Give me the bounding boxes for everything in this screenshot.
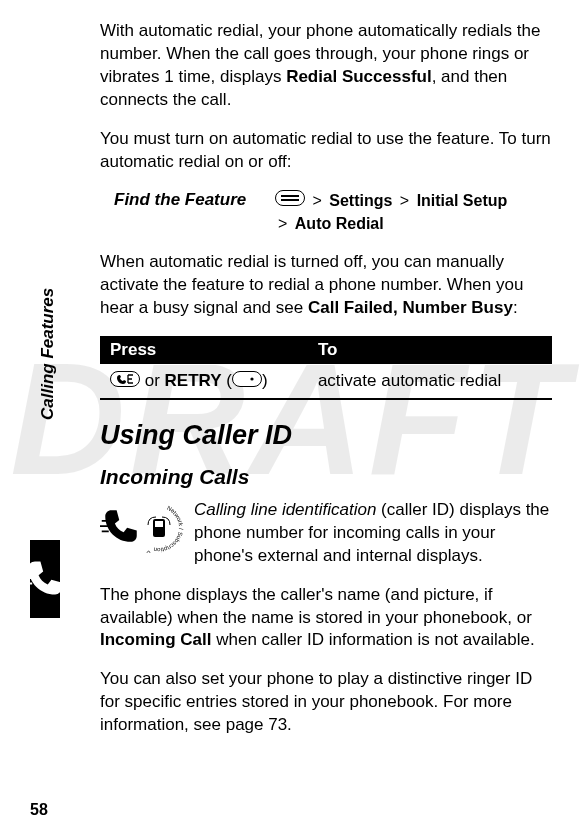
paragraph-manual-activate: When automatic redial is turned off, you…	[100, 251, 552, 320]
text-or: or	[140, 371, 165, 390]
paragraph-redial-intro: With automatic redial, your phone automa…	[100, 20, 552, 112]
heading-using-caller-id: Using Caller ID	[100, 420, 552, 451]
page-content: Calling Features With automatic redial, …	[0, 0, 582, 837]
find-feature-label: Find the Feature	[100, 190, 275, 235]
paragraph-caller-id-2: The phone displays the caller's name (an…	[100, 584, 552, 653]
text: when caller ID information is not availa…	[211, 630, 534, 649]
svg-rect-0	[276, 191, 305, 206]
ui-text-incoming-call: Incoming Call	[100, 630, 211, 649]
svg-rect-2	[281, 199, 299, 201]
nav-separator: >	[400, 192, 409, 209]
page-number: 58	[30, 801, 48, 819]
text: (	[222, 371, 232, 390]
paragraph-ringer-id: You can also set your phone to play a di…	[100, 668, 552, 737]
phone-handset-icon	[23, 556, 67, 600]
right-softkey-icon	[232, 371, 262, 392]
svg-rect-9	[155, 521, 163, 527]
heading-incoming-calls: Incoming Calls	[100, 465, 552, 489]
table-row: or RETRY ( ) activate automatic redial	[100, 364, 552, 398]
menu-key-icon	[275, 190, 305, 212]
svg-rect-4	[232, 371, 261, 386]
find-feature-row: Find the Feature > Settings > Initial Se…	[100, 190, 552, 235]
side-section-label: Calling Features	[38, 288, 58, 420]
ui-text-redial-successful: Redial Successful	[286, 67, 432, 86]
feature-icon-group: Network / Subscription Dependent Feature	[100, 503, 184, 551]
cell-to: activate automatic redial	[308, 365, 552, 398]
caller-id-block: Network / Subscription Dependent Feature…	[100, 499, 552, 669]
paragraph-must-turn-on: You must turn on automatic redial to use…	[100, 128, 552, 174]
nav-separator: >	[312, 192, 321, 209]
svg-rect-1	[281, 195, 299, 197]
network-subscription-badge-icon: Network / Subscription Dependent Feature	[134, 503, 184, 557]
table-header: Press To	[100, 336, 552, 364]
find-feature-path: > Settings > Initial Setup > Auto Redial	[275, 190, 552, 235]
send-key-icon	[110, 371, 140, 392]
col-header-press: Press	[100, 336, 308, 364]
nav-item-initial-setup: Initial Setup	[417, 192, 508, 209]
svg-rect-3	[111, 371, 140, 386]
svg-point-5	[250, 377, 253, 380]
text: )	[262, 371, 268, 390]
text: :	[513, 298, 518, 317]
cell-press: or RETRY ( )	[100, 365, 308, 398]
press-to-table: Press To or RETRY ( ) activat	[100, 336, 552, 400]
text: The phone displays the caller's name (an…	[100, 585, 532, 627]
nav-separator: >	[278, 215, 287, 232]
softkey-retry: RETRY	[165, 371, 222, 390]
ui-text-call-failed: Call Failed, Number Busy	[308, 298, 513, 317]
term-calling-line-id: Calling line identification	[194, 500, 376, 519]
col-header-to: To	[308, 336, 552, 364]
nav-item-settings: Settings	[329, 192, 392, 209]
nav-item-auto-redial: Auto Redial	[295, 215, 384, 232]
